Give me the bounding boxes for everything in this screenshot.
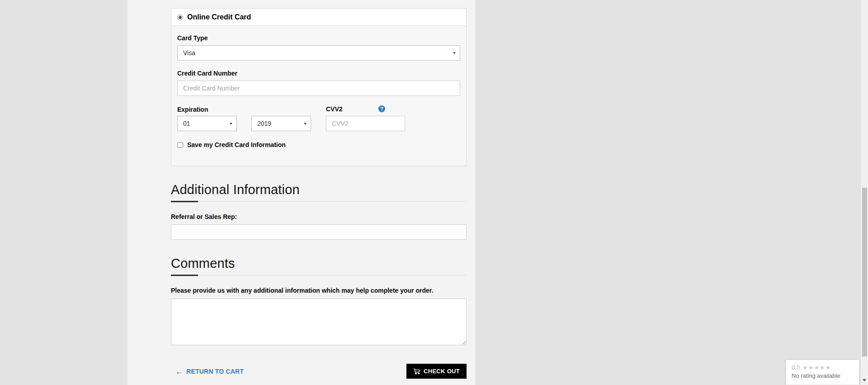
comments-title: Comments	[171, 256, 467, 271]
expiration-year-select[interactable]: 2019	[251, 116, 311, 131]
expiration-controls: 01 ▼ 2019 ▼	[177, 116, 460, 131]
checkout-content-column: Online Credit Card Card Type Visa ▼ Cred…	[127, 0, 475, 385]
payment-method-panel: Online Credit Card Card Type Visa ▼ Cred…	[171, 8, 467, 166]
save-card-checkbox[interactable]	[177, 142, 183, 148]
left-arrow-icon: ←	[175, 368, 183, 375]
vertical-scrollbar-thumb[interactable]	[862, 188, 867, 356]
return-to-cart-label: RETURN TO CART	[186, 368, 244, 375]
check-out-button[interactable]: CHECK OUT	[406, 364, 467, 379]
expiration-labels: Expiration CVV2 ?	[177, 105, 460, 113]
rating-badge: 0.0 ★★★★★ No rating available	[786, 360, 859, 385]
expiration-row: Expiration CVV2 ? 01 ▼ 2	[177, 105, 460, 131]
expiration-label: Expiration	[177, 106, 208, 113]
card-type-label: Card Type	[177, 34, 460, 42]
card-type-select[interactable]: Visa	[177, 45, 460, 61]
online-credit-card-radio[interactable]	[177, 14, 183, 20]
actions-row: ← RETURN TO CART CHECK OUT	[171, 364, 467, 379]
cvv2-label: CVV2	[326, 105, 343, 113]
cart-icon	[413, 368, 420, 375]
save-card-label: Save my Credit Card Information	[187, 141, 286, 148]
card-number-input[interactable]	[177, 81, 460, 96]
additional-info-title: Additional Information	[171, 182, 467, 197]
scrollbar-down-arrow-icon[interactable]	[861, 376, 868, 384]
checkout-form: Online Credit Card Card Type Visa ▼ Cred…	[171, 0, 467, 379]
expiration-month-wrap: 01 ▼	[177, 116, 237, 131]
comments-instruction: Please provide us with any additional in…	[171, 287, 467, 294]
expiration-month-select[interactable]: 01	[177, 116, 237, 131]
expiration-year-wrap: 2019 ▼	[251, 116, 311, 131]
rating-stars-icon: ★★★★★	[802, 364, 831, 371]
check-out-label: CHECK OUT	[424, 368, 460, 375]
payment-method-header: Online Credit Card	[171, 9, 466, 26]
referral-label: Referral or Sales Rep:	[171, 213, 467, 220]
return-to-cart-link[interactable]: ← RETURN TO CART	[175, 368, 244, 375]
comments-divider	[171, 275, 467, 276]
cvv2-input[interactable]	[326, 116, 405, 131]
rating-score: 0.0	[792, 364, 800, 371]
referral-input[interactable]	[171, 224, 467, 240]
comments-textarea[interactable]	[171, 299, 467, 345]
additional-info-divider	[171, 201, 467, 202]
card-number-label: Credit Card Number	[177, 70, 460, 77]
rating-line: 0.0 ★★★★★	[792, 364, 859, 371]
save-card-row: Save my Credit Card Information	[177, 141, 460, 148]
payment-method-label: Online Credit Card	[187, 13, 251, 21]
payment-method-body: Card Type Visa ▼ Credit Card Number Expi…	[171, 26, 466, 166]
cvv2-help-icon[interactable]: ?	[378, 105, 385, 112]
rating-text: No rating available	[792, 372, 859, 379]
card-type-select-wrap: Visa ▼	[177, 45, 460, 61]
